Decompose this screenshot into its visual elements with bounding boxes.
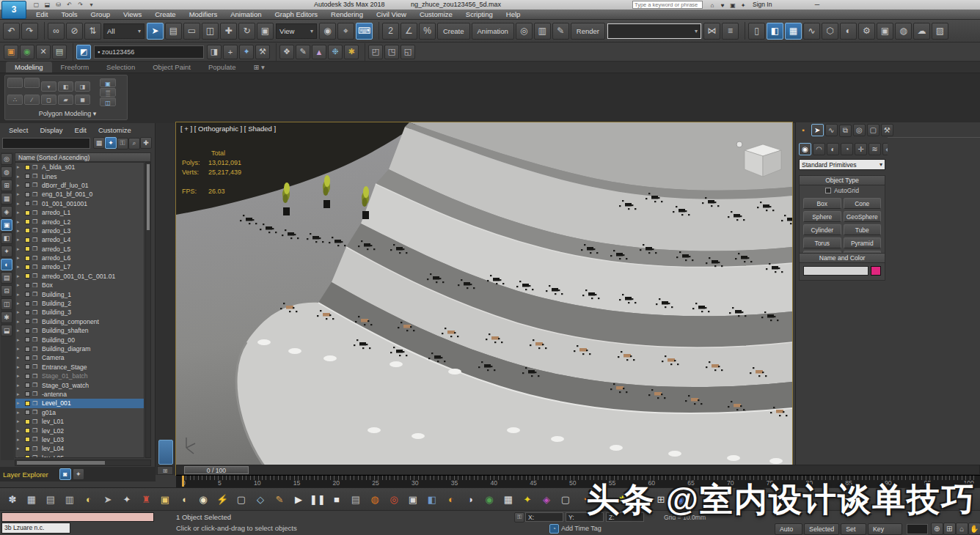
- visibility-dot-icon[interactable]: [25, 219, 30, 224]
- scene-object-name[interactable]: arredo_L4: [42, 236, 70, 243]
- primitive-button[interactable]: Pyramid: [844, 237, 882, 248]
- snaps-toggle-icon[interactable]: 2: [382, 23, 399, 40]
- scene-object-name[interactable]: Stage_03_watch: [42, 382, 89, 389]
- edit-poly-icon[interactable]: ✎: [552, 23, 569, 40]
- primitive-button[interactable]: Box: [803, 198, 841, 209]
- tab-create[interactable]: ➤: [811, 124, 824, 136]
- create-button[interactable]: Create: [437, 23, 470, 40]
- object-name-input[interactable]: [803, 266, 869, 276]
- visibility-dot-icon[interactable]: [25, 328, 30, 333]
- scene-object-name[interactable]: Box: [42, 281, 53, 289]
- zoom-extents-icon[interactable]: ⌂: [956, 523, 968, 535]
- scene-object-row[interactable]: ▸ ❒ Building_1: [15, 289, 144, 298]
- primitive-button[interactable]: Cone: [844, 198, 882, 209]
- scene-object-row[interactable]: ▸ ❒ -antenna: [15, 390, 144, 399]
- ribbon-tab[interactable]: Selection: [98, 62, 144, 73]
- lock-explorer-icon[interactable]: ⚿: [117, 138, 128, 150]
- visibility-dot-icon[interactable]: [25, 374, 30, 379]
- window-crossing-toggle-icon[interactable]: ◫: [202, 23, 219, 40]
- container-a-icon[interactable]: ◰: [368, 45, 383, 59]
- visibility-dot-icon[interactable]: [25, 319, 30, 324]
- cloth-tool-icon[interactable]: ▲: [312, 45, 326, 59]
- expand-arrow-icon[interactable]: ▸: [17, 437, 23, 443]
- keyboard-shortcut-override-icon[interactable]: ⌨: [356, 23, 373, 40]
- vertex-mode-button[interactable]: ∴: [7, 95, 23, 105]
- visibility-dot-icon[interactable]: [25, 237, 30, 243]
- expand-arrow-icon[interactable]: ▸: [17, 446, 23, 451]
- expand-arrow-icon[interactable]: ▸: [17, 228, 23, 234]
- ribbon-tab[interactable]: Freeform: [52, 62, 98, 73]
- menu-item[interactable]: Civil View: [370, 10, 413, 20]
- viewport-layout-tab[interactable]: [158, 440, 173, 465]
- polygon-modeling-label[interactable]: Polygon Modeling ▾: [12, 110, 122, 117]
- help-search-input[interactable]: Type a keyword or phrase: [632, 1, 703, 9]
- display-all-icon[interactable]: ◎: [1, 153, 12, 165]
- scene-object-row[interactable]: ▸ ❒ g01a: [15, 408, 144, 417]
- scene-object-name[interactable]: 01_001_001001: [42, 200, 87, 207]
- scene-object-name[interactable]: -antenna: [42, 391, 67, 398]
- visibility-dot-icon[interactable]: [25, 273, 30, 278]
- object-type-header[interactable]: Object Type: [800, 176, 885, 185]
- minimize-button[interactable]: ─: [807, 0, 827, 10]
- toggle-ribbon-icon[interactable]: ▦: [785, 23, 802, 40]
- mirror-icon[interactable]: ⋈: [703, 23, 720, 40]
- scene-object-row[interactable]: ▸ ❒ Camera: [15, 353, 144, 362]
- menu-item[interactable]: Tools: [54, 10, 84, 20]
- menu-item[interactable]: Modifiers: [183, 10, 224, 20]
- add-object-icon[interactable]: +: [223, 45, 238, 59]
- display-materials-icon[interactable]: ▤: [1, 272, 12, 284]
- character-tool-icon[interactable]: ✦: [239, 45, 254, 59]
- qa-undo-icon[interactable]: ↶: [64, 1, 75, 9]
- expand-arrow-icon[interactable]: ▸: [17, 264, 23, 270]
- scene-object-name[interactable]: Building_2: [42, 300, 71, 307]
- primitive-button[interactable]: Torus: [803, 237, 841, 248]
- scene-explorer-name-header[interactable]: Name (Sorted Ascending): [15, 152, 151, 162]
- unlink-selection-icon[interactable]: ⊘: [66, 23, 83, 40]
- visibility-dot-icon[interactable]: [25, 283, 30, 288]
- visibility-dot-icon[interactable]: [25, 383, 30, 388]
- open-file-icon[interactable]: ⬓: [42, 1, 53, 9]
- visibility-dot-icon[interactable]: [25, 347, 30, 352]
- profile-avatar-icon[interactable]: ◩: [76, 45, 91, 59]
- visibility-dot-icon[interactable]: [25, 182, 30, 188]
- display-bones-icon[interactable]: ⊟: [1, 285, 12, 297]
- border-mode-button[interactable]: ◻: [41, 95, 56, 105]
- modifier-stack-up-button[interactable]: ▣: [100, 78, 116, 87]
- align-icon[interactable]: ≡: [722, 23, 739, 40]
- expand-arrow-icon[interactable]: ▸: [17, 346, 23, 352]
- expand-arrow-icon[interactable]: ▸: [17, 319, 23, 325]
- edge-mode-button[interactable]: ∕: [24, 95, 40, 105]
- set-key-button[interactable]: Set Key: [841, 523, 866, 535]
- scene-object-name[interactable]: dBorr_df_luo_01: [42, 182, 89, 189]
- scene-object-row[interactable]: ▸ ❒ arredo_L5: [15, 245, 144, 254]
- ribbon-tab[interactable]: Modeling: [6, 62, 52, 73]
- tab-display[interactable]: ▢: [867, 124, 880, 136]
- menu-item[interactable]: Scripting: [459, 10, 500, 20]
- visibility-dot-icon[interactable]: [25, 419, 30, 424]
- effects-tool-icon[interactable]: ✱: [344, 45, 359, 59]
- select-and-manipulate-icon[interactable]: ⌖: [337, 23, 354, 40]
- scene-object-row[interactable]: ▸ ❒ Stage_01_batch: [15, 372, 144, 380]
- cat-cameras[interactable]: ◔: [841, 143, 853, 155]
- expand-arrow-icon[interactable]: ▸: [17, 364, 23, 370]
- redo-icon[interactable]: ↷: [21, 23, 38, 40]
- scene-explorer-menu-item[interactable]: Edit: [69, 126, 92, 134]
- scene-object-name[interactable]: lev_L05: [42, 454, 64, 458]
- select-influences-icon[interactable]: ✦: [105, 137, 117, 149]
- scene-object-name[interactable]: lev_L02: [42, 427, 64, 435]
- scene-object-row[interactable]: ▸ ❒ lev_L01: [15, 417, 144, 426]
- ribbon-tab[interactable]: Object Paint: [144, 62, 200, 73]
- scene-object-row[interactable]: ▸ ❒ Building_component: [15, 317, 144, 326]
- scene-object-name[interactable]: A_blda_s01: [42, 163, 75, 171]
- scene-object-name[interactable]: Camera: [42, 354, 65, 361]
- angle-snap-toggle-icon[interactable]: ∠: [401, 23, 417, 40]
- search-icon[interactable]: ⌕: [128, 138, 140, 150]
- modifier-stack-mid-button[interactable]: ▒: [100, 88, 116, 97]
- menu-item[interactable]: Rendering: [324, 10, 370, 20]
- scene-object-row[interactable]: ▸ ❒ lev_L04: [15, 444, 144, 453]
- visibility-dot-icon[interactable]: [25, 391, 30, 396]
- visibility-dot-icon[interactable]: [25, 337, 30, 342]
- qa-redo-icon[interactable]: ↷: [75, 1, 86, 9]
- scene-object-name[interactable]: Building_00: [42, 336, 75, 344]
- expand-arrow-icon[interactable]: ▸: [17, 191, 23, 197]
